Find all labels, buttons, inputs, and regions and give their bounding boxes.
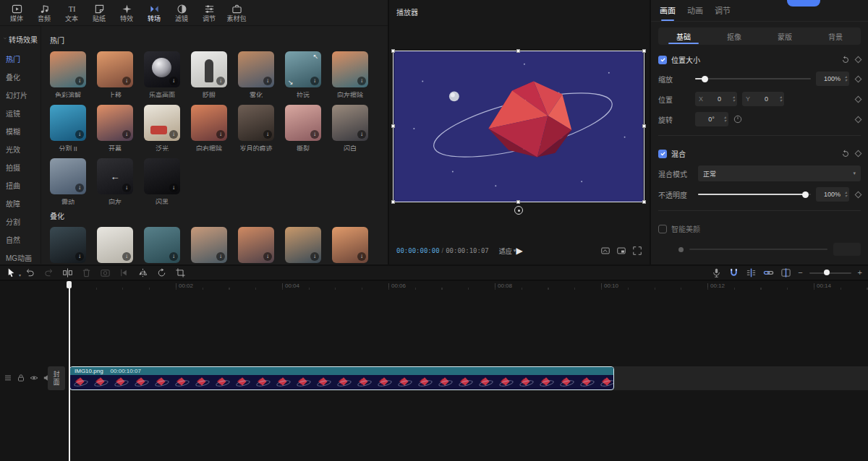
category-item[interactable]: 热门 bbox=[0, 50, 41, 68]
transition-thumb[interactable]: ↓ bbox=[332, 227, 368, 264]
inspector-subtab[interactable]: 基础 bbox=[658, 27, 709, 45]
transition-thumb[interactable]: ↓撕裂 bbox=[285, 105, 321, 151]
inspector-tab[interactable]: 调节 bbox=[715, 0, 731, 22]
mic-icon[interactable] bbox=[711, 267, 722, 278]
category-item[interactable]: 分割 bbox=[0, 212, 41, 231]
rotate-stepper[interactable]: 0° ▴▾ bbox=[695, 112, 728, 126]
transition-thumb[interactable]: ↓ bbox=[285, 227, 321, 264]
rotate-handle-icon[interactable] bbox=[514, 206, 523, 215]
slider-knob[interactable] bbox=[824, 270, 830, 275]
transition-thumb[interactable]: ↓ bbox=[50, 227, 86, 264]
toolbar-item-text[interactable]: TI文本 bbox=[58, 4, 85, 22]
toolbar-item-effects[interactable]: 特效 bbox=[113, 4, 140, 22]
inspector-subtab[interactable]: 抠像 bbox=[709, 27, 760, 45]
category-item[interactable]: 自然 bbox=[0, 231, 41, 249]
blend-checkbox[interactable] bbox=[658, 150, 667, 158]
render-quality-icon[interactable] bbox=[600, 246, 610, 256]
reset-icon[interactable] bbox=[841, 150, 850, 158]
transition-thumb[interactable]: ↓雾化 bbox=[238, 51, 274, 98]
opacity-stepper[interactable]: 100% ▴▾ bbox=[816, 187, 849, 202]
reset-icon[interactable] bbox=[841, 56, 850, 64]
zoom-in-icon[interactable]: + bbox=[858, 269, 862, 277]
reverse-tool[interactable] bbox=[119, 267, 129, 278]
category-item[interactable]: 拍摄 bbox=[0, 158, 41, 176]
inspector-tab[interactable]: 动画 bbox=[687, 0, 703, 22]
transition-thumb[interactable]: ↖↘↓拉远 bbox=[285, 51, 321, 98]
category-item[interactable]: 叠化 bbox=[0, 68, 41, 86]
slider-knob[interactable] bbox=[802, 191, 809, 198]
transition-thumb[interactable]: ↓ bbox=[238, 227, 274, 264]
magnet-icon[interactable] bbox=[728, 267, 739, 278]
beauty-checkbox[interactable] bbox=[658, 225, 667, 233]
mirror-tool[interactable] bbox=[137, 267, 148, 278]
stepper-arrows-icon[interactable]: ▴▾ bbox=[724, 116, 726, 123]
toolbar-item-filters[interactable]: 滤镜 bbox=[168, 4, 195, 22]
beauty-slider-row[interactable] bbox=[651, 238, 868, 261]
playhead[interactable] bbox=[69, 281, 70, 461]
transition-thumb[interactable]: ↓岁月的痕迹 bbox=[238, 105, 274, 151]
keyframe-icon[interactable] bbox=[855, 150, 862, 158]
toolbar-item-adjust[interactable]: 调节 bbox=[195, 4, 223, 22]
category-item[interactable]: 运镜 bbox=[0, 104, 41, 122]
select-tool[interactable]: ▾ bbox=[6, 267, 17, 278]
transition-thumb[interactable]: ↓泛光 bbox=[144, 105, 180, 151]
transition-thumb[interactable]: ←↓向左 bbox=[97, 158, 133, 204]
transition-thumb[interactable]: ↓向左擦除 bbox=[332, 51, 368, 98]
position-size-checkbox[interactable] bbox=[658, 56, 667, 64]
toolbar-item-audio[interactable]: 音频 bbox=[30, 4, 58, 22]
link-icon[interactable] bbox=[763, 267, 774, 278]
preview-icon[interactable] bbox=[780, 267, 791, 278]
transition-thumb[interactable]: ↓眨眼 bbox=[191, 51, 227, 98]
resize-handle[interactable] bbox=[642, 124, 646, 128]
transition-thumb[interactable]: ↓上移 bbox=[97, 51, 133, 98]
transition-thumb[interactable]: ↓ bbox=[144, 227, 180, 264]
toolbar-item-media[interactable]: 媒体 bbox=[3, 4, 30, 22]
redo-tool[interactable] bbox=[43, 267, 54, 278]
scale-slider[interactable] bbox=[695, 74, 811, 84]
category-item[interactable]: 幻灯片 bbox=[0, 86, 41, 104]
scale-stepper[interactable]: 100% ▴▾ bbox=[816, 72, 849, 86]
track-lock-icon[interactable] bbox=[17, 374, 25, 382]
toolbar-item-transitions[interactable]: 转场 bbox=[140, 4, 168, 22]
keyframe-icon[interactable] bbox=[855, 116, 862, 123]
inspector-tab[interactable]: 画面 bbox=[660, 0, 676, 22]
delete-tool[interactable] bbox=[81, 267, 92, 278]
stepper-arrows-icon[interactable]: ▴▾ bbox=[780, 95, 782, 103]
toolbar-item-pack[interactable]: 素材包 bbox=[223, 4, 250, 22]
resize-handle[interactable] bbox=[391, 124, 395, 128]
transition-thumb[interactable]: ↓ bbox=[191, 227, 227, 264]
resize-handle[interactable] bbox=[516, 200, 520, 204]
keyframe-icon[interactable] bbox=[855, 56, 862, 64]
play-button[interactable]: ▶ bbox=[516, 246, 522, 256]
category-item[interactable]: 光效 bbox=[0, 140, 41, 158]
resize-handle[interactable] bbox=[516, 49, 520, 53]
track-eye-icon[interactable] bbox=[30, 374, 38, 382]
stepper-arrows-icon[interactable]: ▴▾ bbox=[733, 95, 735, 103]
position-x-stepper[interactable]: X 0 ▴▾ bbox=[695, 92, 737, 106]
inspector-subtab[interactable]: 蒙版 bbox=[760, 27, 810, 45]
timeline-ruler[interactable]: 00:0200:0400:0600:0800:1000:1200:14 bbox=[0, 281, 868, 290]
transition-thumb[interactable]: ↓色彩溶解 bbox=[50, 51, 86, 98]
category-item[interactable]: 故障 bbox=[0, 194, 41, 212]
chevron-down-icon[interactable] bbox=[4, 37, 7, 43]
fullscreen-icon[interactable] bbox=[632, 246, 642, 256]
opacity-slider[interactable] bbox=[698, 189, 811, 199]
category-item[interactable]: 扭曲 bbox=[0, 176, 41, 194]
timeline-clip[interactable]: IMG10.png 00:00:10:07 bbox=[69, 366, 614, 390]
transition-thumb[interactable]: ↓开幕 bbox=[97, 105, 133, 151]
category-item[interactable]: MG动画 bbox=[0, 249, 41, 267]
keyframe-icon[interactable] bbox=[855, 95, 862, 103]
transition-thumb[interactable]: ↓乐高画面 bbox=[144, 51, 180, 98]
resize-handle[interactable] bbox=[642, 49, 646, 53]
crop-tool[interactable] bbox=[175, 267, 186, 278]
transition-thumb[interactable]: ↓向右擦除 bbox=[191, 105, 227, 151]
snap-icon[interactable] bbox=[746, 267, 757, 278]
export-button-partial[interactable] bbox=[787, 0, 820, 7]
resize-handle[interactable] bbox=[391, 49, 395, 53]
zoom-out-icon[interactable]: − bbox=[798, 269, 802, 277]
undo-tool[interactable] bbox=[25, 267, 35, 278]
beauty-slider-row[interactable] bbox=[651, 261, 868, 264]
cover-button[interactable]: 封面 bbox=[48, 366, 65, 390]
aspect-ratio-icon[interactable] bbox=[616, 246, 626, 256]
freeze-tool[interactable] bbox=[100, 267, 111, 278]
